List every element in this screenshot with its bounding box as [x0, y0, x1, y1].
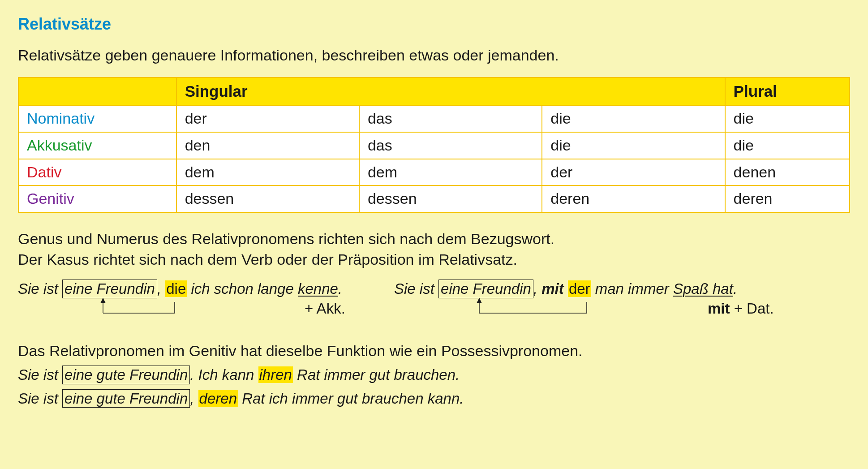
rule-paragraph-1: Genus und Numerus des Relativpronomens r…: [18, 229, 850, 270]
case-label-dativ: Dativ: [18, 159, 176, 186]
rule-paragraph-2: Das Relativpronomen im Genitiv hat diese…: [18, 341, 850, 361]
genitiv-section: Das Relativpronomen im Genitiv hat diese…: [18, 341, 850, 409]
preposition-bold: mit: [541, 280, 564, 297]
antecedent-box: eine gute Freundin: [62, 366, 190, 384]
antecedent-box: eine gute Freundin: [62, 389, 190, 408]
case-annotation: mit + Dat.: [708, 299, 774, 319]
header-singular: Singular: [176, 77, 725, 105]
cell: dem: [176, 159, 359, 186]
case-label-nominativ: Nominativ: [18, 105, 176, 132]
rule-line: Der Kasus richtet sich nach dem Verb ode…: [18, 250, 850, 270]
case-label-genitiv: Genitiv: [18, 185, 176, 212]
reference-arrow-icon: [394, 295, 609, 327]
table-row-akkusativ: Akkusativ den das die die: [18, 132, 850, 159]
cell: denen: [725, 159, 850, 186]
cell: die: [542, 105, 725, 132]
table-row-nominativ: Nominativ der das die die: [18, 105, 850, 132]
verb-underline: kenne: [298, 280, 338, 297]
rule-line: Genus und Numerus des Relativpronomens r…: [18, 229, 850, 250]
header-empty: [18, 77, 176, 105]
section-title: Relativsätze: [18, 13, 850, 35]
table-row-dativ: Dativ dem dem der denen: [18, 159, 850, 186]
cell: das: [359, 105, 542, 132]
example-sentence-1: Sie ist eine Freundin, die ich schon lan…: [18, 279, 367, 328]
cell: das: [359, 132, 542, 159]
relative-pronoun: die: [165, 280, 187, 297]
examples-row: Sie ist eine Freundin, die ich schon lan…: [18, 279, 850, 328]
example-sentence-3: Sie ist eine gute Freundin. Ich kann ihr…: [18, 365, 850, 385]
cell: der: [176, 105, 359, 132]
case-label-akkusativ: Akkusativ: [18, 132, 176, 159]
reference-arrow-icon: [18, 295, 197, 327]
cell: deren: [542, 185, 725, 212]
cell: deren: [725, 185, 850, 212]
table-row-genitiv: Genitiv dessen dessen deren deren: [18, 185, 850, 212]
cell: der: [542, 159, 725, 186]
header-plural: Plural: [725, 77, 850, 105]
verb-underline: Spaß hat: [673, 280, 733, 297]
table-header-row: Singular Plural: [18, 77, 850, 105]
cell: dessen: [176, 185, 359, 212]
cell: dessen: [359, 185, 542, 212]
possessive-pronoun: ihren: [258, 366, 293, 383]
example-text: Sie ist eine Freundin, mit der man immer…: [394, 280, 737, 297]
relative-pronouns-table: Singular Plural Nominativ der das die di…: [18, 77, 850, 213]
example-sentence-4: Sie ist eine gute Freundin, deren Rat ic…: [18, 389, 850, 409]
cell: den: [176, 132, 359, 159]
cell: die: [542, 132, 725, 159]
intro-text: Relativsätze geben genauere Informatione…: [18, 45, 850, 66]
cell: die: [725, 105, 850, 132]
relative-pronoun: der: [568, 280, 591, 297]
cell: die: [725, 132, 850, 159]
case-annotation: + Akk.: [305, 299, 345, 319]
cell: dem: [359, 159, 542, 186]
relative-pronoun-genitiv: deren: [198, 390, 238, 407]
example-text: Sie ist eine Freundin, die ich schon lan…: [18, 280, 342, 297]
example-sentence-2: Sie ist eine Freundin, mit der man immer…: [394, 279, 797, 328]
